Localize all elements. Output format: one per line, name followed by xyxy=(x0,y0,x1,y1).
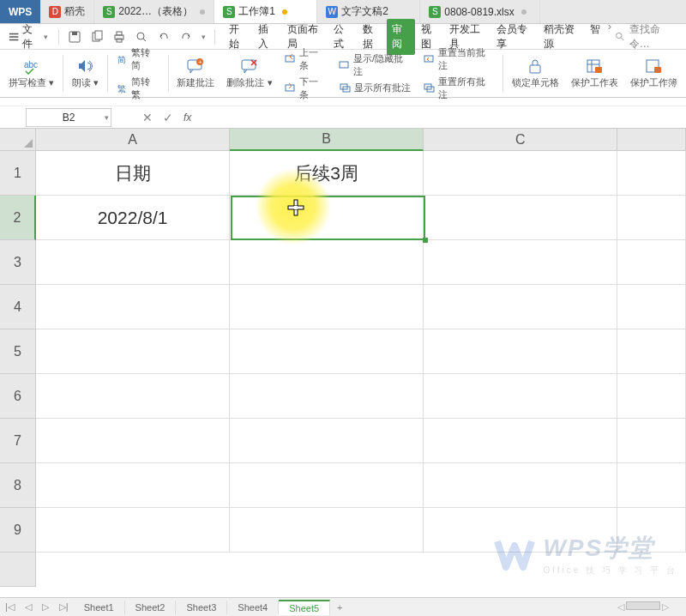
scroll-right-icon[interactable]: ▷ xyxy=(662,601,669,613)
cell-c3[interactable] xyxy=(424,240,617,285)
cell-c9[interactable] xyxy=(424,508,617,553)
cell-b4[interactable] xyxy=(230,285,424,329)
row-header-3[interactable]: 3 xyxy=(0,240,36,285)
tab-member[interactable]: 会员专享 xyxy=(491,19,538,55)
tab-home[interactable]: 开始 xyxy=(224,19,252,55)
sheet-nav-next[interactable]: ▷ xyxy=(37,601,54,613)
tab-daoke-resource[interactable]: 稻壳资源 xyxy=(539,19,585,55)
tab-review[interactable]: 审阅 xyxy=(387,19,415,55)
cell-c7[interactable] xyxy=(424,419,617,463)
col-header-d[interactable] xyxy=(617,129,686,151)
confirm-edit-button[interactable]: ✓ xyxy=(158,111,178,124)
save-button[interactable] xyxy=(64,28,85,45)
show-hide-comment-button[interactable]: 显示/隐藏批注 xyxy=(339,52,412,78)
horizontal-scrollbar[interactable] xyxy=(626,601,660,610)
cell-b8[interactable] xyxy=(230,463,424,508)
cell-c8[interactable] xyxy=(424,463,617,508)
show-all-comments-button[interactable]: 显示所有批注 xyxy=(340,82,411,94)
sheet-tab-1[interactable]: Sheet1 xyxy=(74,601,125,614)
cell-a3[interactable] xyxy=(36,240,230,285)
add-sheet-button[interactable]: + xyxy=(330,602,349,613)
formula-input[interactable] xyxy=(196,106,686,128)
sheet-nav-prev[interactable]: ◁ xyxy=(20,601,37,613)
simp-to-trad-button[interactable]: 繁简转繁 xyxy=(117,75,159,101)
cell-a6[interactable] xyxy=(36,374,230,419)
cell-b1[interactable]: 后续3周 xyxy=(230,151,424,196)
delete-comment-button[interactable]: 删除批注 ▾ xyxy=(221,51,277,95)
cell-a7[interactable] xyxy=(36,419,230,463)
cell-b3[interactable] xyxy=(230,240,424,285)
dropdown-button[interactable]: ▾ xyxy=(198,31,209,43)
redo-button[interactable] xyxy=(176,28,196,45)
row-header-10[interactable] xyxy=(0,553,36,587)
sheet-nav-first[interactable]: |◁ xyxy=(0,601,20,613)
cell-b5[interactable] xyxy=(230,329,424,374)
cell-d2[interactable] xyxy=(617,196,686,240)
col-header-c[interactable]: C xyxy=(424,129,617,151)
cell-c5[interactable] xyxy=(424,329,617,374)
cell-d4[interactable] xyxy=(617,285,686,329)
scroll-left-icon[interactable]: ◁ xyxy=(617,601,624,613)
command-search[interactable]: 查找命令… xyxy=(615,22,683,51)
lock-cell-button[interactable]: 锁定单元格 xyxy=(507,51,564,95)
tab-smart[interactable]: 智 xyxy=(585,19,605,55)
cell-d5[interactable] xyxy=(617,329,686,374)
sheet-tab-5[interactable]: Sheet5 xyxy=(279,600,330,615)
tabs-overflow-icon[interactable]: › xyxy=(606,19,613,55)
col-header-b[interactable]: B xyxy=(230,129,424,151)
cell-a1[interactable]: 日期 xyxy=(36,151,230,196)
cell-d9[interactable] xyxy=(617,508,686,553)
row-header-1[interactable]: 1 xyxy=(0,151,36,196)
trad-to-simp-button[interactable]: 简繁转简 xyxy=(117,46,159,72)
undo-button[interactable] xyxy=(153,28,174,45)
preview-button[interactable] xyxy=(131,28,152,45)
cell-c2[interactable] xyxy=(424,196,617,240)
cell-d1[interactable] xyxy=(617,151,686,196)
row-header-6[interactable]: 6 xyxy=(0,374,36,419)
cell-a4[interactable] xyxy=(36,285,230,329)
hamburger-menu[interactable]: 文件 ▾ xyxy=(3,22,53,51)
fill-handle[interactable] xyxy=(423,238,428,243)
cell-b7[interactable] xyxy=(230,419,424,463)
sheet-tab-4[interactable]: Sheet4 xyxy=(227,601,279,614)
row-header-4[interactable]: 4 xyxy=(0,285,36,329)
tab-data[interactable]: 数据 xyxy=(358,19,386,55)
cell-d6[interactable] xyxy=(617,374,686,419)
row-header-2[interactable]: 2 xyxy=(0,196,36,240)
prev-comment-button[interactable]: 上一条 xyxy=(285,46,327,72)
print-button[interactable] xyxy=(109,28,129,45)
cell-c6[interactable] xyxy=(424,374,617,419)
row-header-5[interactable]: 5 xyxy=(0,329,36,374)
col-header-a[interactable]: A xyxy=(36,129,230,151)
cancel-edit-button[interactable]: ✕ xyxy=(137,111,158,124)
tab-workbook-2022[interactable]: S 2022…（表格） xyxy=(94,0,214,23)
row-header-9[interactable]: 9 xyxy=(0,508,36,553)
next-comment-button[interactable]: 下一条 xyxy=(285,75,327,101)
row-header-7[interactable]: 7 xyxy=(0,419,36,463)
cell-a5[interactable] xyxy=(36,329,230,374)
cell-a8[interactable] xyxy=(36,463,230,508)
wps-menu-tab[interactable]: WPS xyxy=(0,0,40,23)
cell-c4[interactable] xyxy=(424,285,617,329)
new-comment-button[interactable]: + 新建批注 xyxy=(172,51,220,95)
spellcheck-button[interactable]: abc 拼写检查 ▾ xyxy=(3,51,59,95)
name-box[interactable]: B2 ▾ xyxy=(26,108,111,127)
readaloud-button[interactable]: 朗读 ▾ xyxy=(67,51,104,95)
select-all-corner[interactable] xyxy=(0,129,36,151)
tab-insert[interactable]: 插入 xyxy=(253,19,281,55)
cell-d8[interactable] xyxy=(617,463,686,508)
cell-d7[interactable] xyxy=(617,419,686,463)
cell-b9[interactable] xyxy=(230,508,424,553)
copy-button[interactable] xyxy=(87,28,107,45)
cell-d3[interactable] xyxy=(617,240,686,285)
cell-b6[interactable] xyxy=(230,374,424,419)
cell-a9[interactable] xyxy=(36,508,230,553)
protect-book-button[interactable]: 保护工作簿 xyxy=(625,51,683,95)
fx-button[interactable]: fx xyxy=(178,112,196,124)
protect-sheet-button[interactable]: 保护工作表 xyxy=(566,51,623,95)
chevron-down-icon[interactable]: ▾ xyxy=(105,113,109,122)
cell-a2[interactable]: 2022/8/1 xyxy=(36,196,230,240)
tab-daoke[interactable]: D 稻壳 xyxy=(40,0,94,23)
sheet-tab-2[interactable]: Sheet2 xyxy=(125,601,177,614)
reset-current-button[interactable]: 重置当前批注 xyxy=(424,46,494,72)
